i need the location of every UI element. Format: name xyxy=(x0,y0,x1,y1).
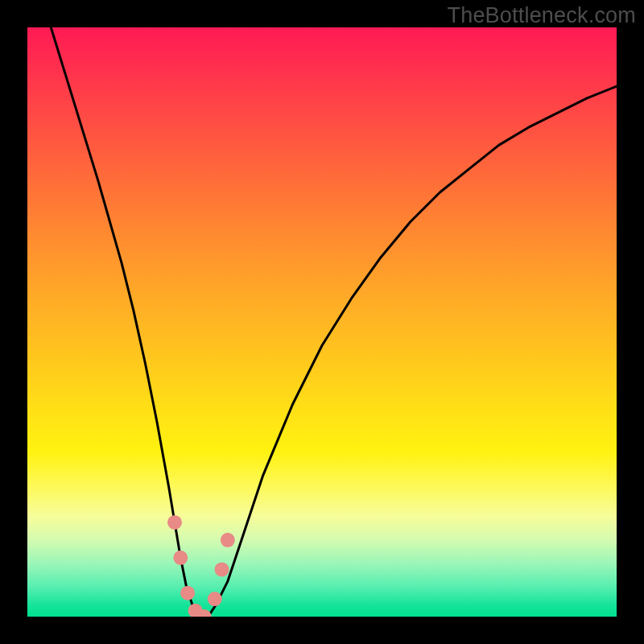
curve-marker xyxy=(173,551,188,565)
chart-frame: TheBottleneck.com xyxy=(0,0,644,644)
bottleneck-curve xyxy=(27,27,617,617)
plot-area xyxy=(27,27,617,617)
curve-marker xyxy=(208,592,222,606)
curve-marker xyxy=(167,515,182,530)
curve-path xyxy=(51,27,617,617)
curve-marker xyxy=(221,533,235,547)
curve-marker xyxy=(180,586,195,601)
watermark-text: TheBottleneck.com xyxy=(447,3,636,28)
curve-marker xyxy=(215,562,229,576)
